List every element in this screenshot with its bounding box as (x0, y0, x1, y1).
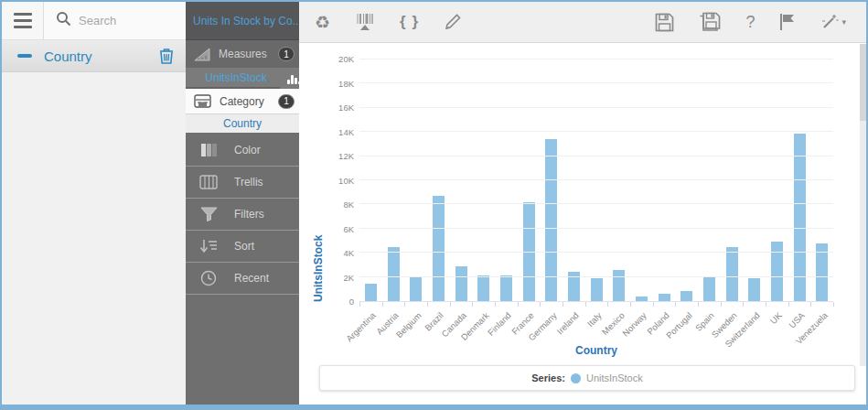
y-tick-label: 18K (338, 79, 354, 89)
sort-icon (198, 239, 220, 254)
x-tick (427, 302, 428, 307)
plot-area (359, 59, 833, 302)
color-swatch-icon (198, 144, 220, 156)
legend-dot-icon (571, 373, 581, 383)
field-row-country[interactable]: Country (2, 40, 186, 72)
remove-field-icon[interactable] (17, 54, 32, 58)
y-axis-labels: 02K4K6K8K10K12K14K16K18K20K (327, 59, 359, 302)
vertical-scrollbar (860, 44, 866, 366)
toolbar-right-group: ? ▾ (655, 12, 866, 32)
help-icon[interactable]: ? (745, 13, 755, 32)
trellis-label: Trellis (234, 176, 263, 189)
category-section[interactable]: Category 1 (186, 89, 299, 113)
bar-denmark[interactable] (477, 275, 489, 301)
menu-button[interactable] (2, 2, 44, 39)
x-tick (404, 302, 405, 307)
bar-belgium[interactable] (410, 277, 422, 301)
y-tick-label: 10K (338, 176, 354, 186)
measure-item-label: UnitsInStock (205, 71, 266, 84)
flag-icon[interactable] (779, 13, 796, 31)
visualization-settings-panel: Units In Stock by Co... Measures 1 Units… (186, 2, 299, 405)
x-tick-label: Norway (621, 310, 649, 339)
x-tick (585, 302, 586, 307)
save-as-icon[interactable] (699, 12, 721, 32)
bar-argentina[interactable] (365, 284, 377, 301)
x-tick (382, 302, 383, 307)
edit-pencil-icon[interactable] (444, 13, 462, 31)
clock-icon (198, 270, 220, 286)
category-label: Category (220, 95, 278, 108)
ruler-icon (194, 48, 210, 61)
bar-canada[interactable] (455, 266, 467, 301)
tray-icon (194, 94, 211, 108)
visualization-title[interactable]: Units In Stock by Co... (186, 2, 299, 40)
search-box[interactable] (44, 2, 186, 39)
x-tick-label: Finland (486, 310, 513, 338)
y-tick-label: 14K (338, 127, 354, 137)
y-tick-label: 20K (338, 54, 354, 64)
x-tick (518, 302, 519, 307)
y-tick-label: 12K (338, 151, 354, 161)
category-item-label: Country (223, 117, 262, 130)
recent-label: Recent (234, 272, 269, 285)
color-button[interactable]: Color (186, 135, 299, 167)
filters-label: Filters (234, 208, 264, 221)
bar-spain[interactable] (703, 277, 715, 301)
legend-bar: Series: UnitsInStock (319, 365, 855, 391)
fields-panel-header (2, 2, 186, 40)
trash-icon[interactable] (159, 48, 174, 64)
save-icon[interactable] (655, 13, 674, 32)
trellis-button[interactable]: Trellis (186, 167, 299, 199)
plot-columns (359, 59, 833, 301)
y-tick-label: 6K (343, 224, 354, 234)
search-input[interactable] (79, 14, 179, 27)
x-tick-label: UK (768, 310, 784, 326)
y-tick-label: 4K (343, 248, 354, 258)
search-icon (56, 11, 71, 30)
category-item-country[interactable]: Country (186, 113, 299, 133)
x-tick (788, 302, 789, 307)
bar-austria[interactable] (388, 247, 400, 301)
measures-section[interactable]: Measures 1 (186, 40, 299, 69)
gridline (359, 107, 833, 108)
bar-finland[interactable] (500, 275, 512, 301)
gridline (359, 59, 833, 59)
sort-button[interactable]: Sort (186, 231, 299, 263)
chart-canvas-area: ♻ { } ? (299, 2, 866, 405)
bar-brazil[interactable] (433, 196, 445, 301)
bar-switzerland[interactable] (748, 278, 760, 301)
app-window: Country Units In Stock by Co... Measures… (0, 0, 868, 410)
x-tick (630, 302, 631, 307)
gridline (359, 228, 833, 229)
bar-norway[interactable] (636, 297, 648, 301)
measure-item-unitsinstock[interactable]: UnitsInStock (186, 69, 299, 89)
bar-uk[interactable] (771, 242, 783, 301)
gridline (359, 156, 833, 156)
y-tick-label: 16K (338, 102, 354, 113)
recent-button[interactable]: Recent (186, 263, 299, 295)
x-tick-label: USA (787, 310, 807, 330)
x-axis-labels: ArgentinaAustriaBelgiumBrazilCanadaDenma… (359, 302, 833, 344)
gridline (359, 82, 833, 83)
magic-wand-icon[interactable]: ▾ (820, 13, 846, 31)
x-tick (359, 302, 360, 307)
visualization-barcode-icon[interactable] (355, 13, 375, 31)
refresh-recycle-icon[interactable]: ♻ (315, 14, 330, 31)
braces-icon[interactable]: { } (400, 13, 419, 31)
gridline (359, 179, 833, 180)
bar-mexico[interactable] (613, 270, 625, 301)
bar-poland[interactable] (659, 294, 670, 301)
sort-label: Sort (234, 240, 254, 253)
legend-series-label: Series: (531, 372, 565, 383)
chart-toolbar: ♻ { } ? (299, 2, 866, 43)
bar-italy[interactable] (591, 278, 603, 301)
legend-series-name[interactable]: UnitsInStock (586, 372, 643, 383)
x-tick (653, 302, 654, 307)
chart-plot-zone: UnitsInStock 02K4K6K8K10K12K14K16K18K20K (299, 43, 866, 302)
filters-button[interactable]: Filters (186, 199, 299, 231)
scrollbar-thumb[interactable] (860, 44, 866, 121)
bar-sweden[interactable] (726, 247, 738, 301)
measures-label: Measures (219, 48, 278, 60)
x-tick-label: Ireland (555, 310, 581, 336)
bar-portugal[interactable] (680, 291, 692, 301)
